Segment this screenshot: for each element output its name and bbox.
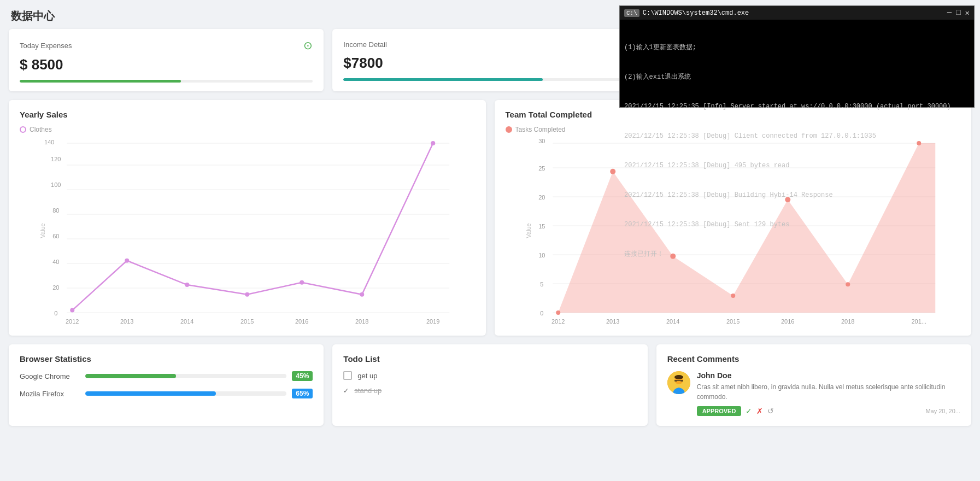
card-value-income: $7800 <box>343 55 636 72</box>
svg-text:201...: 201... <box>911 318 926 324</box>
comment-name: John Doe <box>697 371 960 380</box>
cmd-line-4: 2021/12/15 12:25:38 [Debug] 495 bytes re… <box>624 161 970 171</box>
recent-comments-title: Recent Comments <box>667 354 960 363</box>
svg-text:2019: 2019 <box>426 318 439 324</box>
svg-text:2013: 2013 <box>606 318 619 324</box>
yearly-sales-chart: 0 20 40 60 80 100 120 140 Value <box>20 138 475 324</box>
stat-card-expenses: Today Expenses ⊙ $ 8500 <box>9 29 324 91</box>
svg-text:100: 100 <box>51 181 61 188</box>
svg-text:2013: 2013 <box>120 318 133 324</box>
todo-check-icon: ✓ <box>343 387 349 395</box>
cmd-line-0: (1)输入1更新图表数据; <box>624 43 970 52</box>
svg-text:10: 10 <box>538 252 545 259</box>
svg-point-26 <box>185 283 189 287</box>
reject-icon[interactable]: ✗ <box>756 407 763 415</box>
cmd-line-7: 连接已打开！ <box>624 249 970 259</box>
chrome-pct: 45% <box>292 371 313 381</box>
comment-item-0: John Doe Cras sit amet nibh libero, in g… <box>667 371 960 416</box>
svg-text:30: 30 <box>538 138 545 144</box>
expenses-progress <box>20 80 181 83</box>
cmd-maximize[interactable]: □ <box>956 8 960 17</box>
svg-text:2012: 2012 <box>551 318 565 324</box>
svg-text:20: 20 <box>538 194 545 201</box>
svg-point-55 <box>610 169 615 174</box>
svg-text:2018: 2018 <box>841 318 854 324</box>
yearly-sales-legend: Clothes <box>20 126 475 133</box>
approve-icon[interactable]: ✓ <box>746 407 752 415</box>
cmd-title-text: C:\WINDOWS\system32\cmd.exe <box>643 9 749 17</box>
svg-text:2016: 2016 <box>295 318 308 324</box>
cmd-titlebar: C:\ C:\WINDOWS\system32\cmd.exe ─ □ ✕ <box>620 6 974 20</box>
firefox-pct: 65% <box>292 389 313 398</box>
expenses-icon: ⊙ <box>303 39 313 52</box>
svg-point-28 <box>300 280 304 285</box>
comment-date: May 20, 20... <box>925 408 960 414</box>
svg-text:40: 40 <box>52 259 59 265</box>
svg-text:140: 140 <box>44 139 54 145</box>
yearly-sales-legend-label: Clothes <box>30 126 52 133</box>
cmd-line-3: 2021/12/15 12:25:38 [Debug] Client conne… <box>624 131 970 141</box>
browser-stats-card: Browser Statistics Google Chrome 45% Moz… <box>9 344 324 426</box>
chrome-bar <box>85 374 176 378</box>
stat-card-income: Income Detail ≡ $7800 <box>332 29 647 91</box>
undo-icon[interactable]: ↺ <box>767 407 774 415</box>
svg-point-63 <box>674 375 683 379</box>
svg-text:5: 5 <box>540 281 543 288</box>
cmd-line-2: 2021/12/15 12:25:35 [Info] Server starte… <box>624 102 970 112</box>
svg-point-25 <box>125 259 129 263</box>
svg-text:Value: Value <box>525 223 532 238</box>
cmd-body: (1)输入1更新图表数据; (2)输入exit退出系统 2021/12/15 1… <box>620 20 974 107</box>
cmd-close[interactable]: ✕ <box>965 8 970 17</box>
yearly-sales-legend-dot <box>20 126 26 133</box>
svg-text:120: 120 <box>51 156 61 162</box>
svg-text:80: 80 <box>52 207 59 214</box>
todo-text-0: get up <box>357 372 377 380</box>
svg-text:60: 60 <box>52 233 59 239</box>
svg-text:25: 25 <box>538 165 545 172</box>
cmd-minimize[interactable]: ─ <box>947 8 952 17</box>
browser-name-firefox: Mozila Firefox <box>20 390 80 398</box>
svg-point-30 <box>431 141 435 145</box>
cmd-window[interactable]: C:\ C:\WINDOWS\system32\cmd.exe ─ □ ✕ (1… <box>619 5 975 108</box>
svg-point-57 <box>731 294 735 298</box>
svg-text:2018: 2018 <box>355 318 368 324</box>
svg-point-54 <box>556 310 560 315</box>
firefox-bar <box>85 391 216 396</box>
cmd-line-1: (2)输入exit退出系统 <box>624 72 970 82</box>
svg-text:2012: 2012 <box>66 318 79 324</box>
svg-rect-65 <box>680 380 683 382</box>
todo-checkbox-0[interactable] <box>343 371 352 380</box>
svg-text:2016: 2016 <box>781 318 794 324</box>
svg-rect-64 <box>674 380 677 382</box>
todo-item-0: get up <box>343 371 636 380</box>
comment-text: Cras sit amet nibh libero, in gravida nu… <box>697 382 960 402</box>
income-progress <box>343 78 543 81</box>
svg-text:2015: 2015 <box>240 318 254 324</box>
svg-text:2014: 2014 <box>180 318 193 324</box>
svg-point-59 <box>846 282 850 286</box>
yearly-sales-card: Yearly Sales Clothes 0 20 40 60 80 100 1… <box>9 100 486 336</box>
browser-item-firefox: Mozila Firefox 65% <box>20 389 313 398</box>
svg-text:2015: 2015 <box>726 318 740 324</box>
svg-text:0: 0 <box>54 310 57 316</box>
svg-text:2014: 2014 <box>666 318 679 324</box>
cmd-icon: C:\ <box>624 9 639 17</box>
svg-text:15: 15 <box>538 223 545 230</box>
bottom-row: Browser Statistics Google Chrome 45% Moz… <box>9 344 971 426</box>
cmd-controls: ─ □ ✕ <box>947 8 970 17</box>
svg-point-27 <box>245 292 249 297</box>
svg-text:20: 20 <box>52 284 59 291</box>
cmd-line-5: 2021/12/15 12:25:38 [Debug] Building Hyb… <box>624 190 970 200</box>
card-label-expenses: Today Expenses <box>20 42 72 50</box>
todo-item-1: ✓ stand up <box>343 386 636 395</box>
card-value-expenses: $ 8500 <box>20 56 313 73</box>
todo-title: Todo List <box>343 354 636 363</box>
todo-card: Todo List get up ✓ stand up <box>332 344 647 426</box>
team-legend-label: Tasks Completed <box>515 126 566 133</box>
svg-text:Value: Value <box>39 223 46 238</box>
comment-footer: APPROVED ✓ ✗ ↺ May 20, 20... <box>697 406 960 416</box>
cmd-title: C:\ C:\WINDOWS\system32\cmd.exe <box>624 9 749 17</box>
approved-badge: APPROVED <box>697 406 742 416</box>
svg-point-29 <box>360 292 364 297</box>
browser-name-chrome: Google Chrome <box>20 372 80 380</box>
